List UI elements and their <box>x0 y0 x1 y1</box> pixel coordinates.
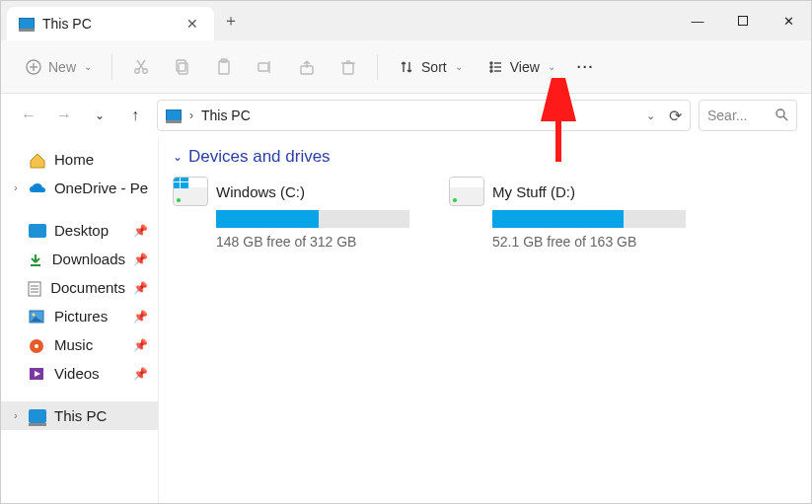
minimize-button[interactable]: — <box>675 1 720 40</box>
this-pc-icon <box>29 409 46 423</box>
new-label: New <box>48 59 76 75</box>
drive-usage-bar <box>216 210 409 228</box>
sort-button[interactable]: Sort ⌄ <box>388 52 473 82</box>
videos-icon <box>29 367 46 381</box>
pin-icon: 📌 <box>133 310 148 324</box>
paste-icon <box>215 58 233 76</box>
copy-icon <box>174 58 191 76</box>
content-pane: ⌄ Devices and drives Windows (C:) 148 GB… <box>159 137 811 504</box>
this-pc-icon <box>166 109 182 121</box>
expand-icon[interactable]: › <box>11 410 21 421</box>
sidebar-item-this-pc[interactable]: › This PC <box>1 401 158 430</box>
view-label: View <box>510 59 540 75</box>
sidebar-item-music[interactable]: Music 📌 <box>1 330 158 359</box>
svg-point-17 <box>490 62 492 64</box>
svg-point-23 <box>776 109 784 117</box>
drives-list: Windows (C:) 148 GB free of 312 GB My St… <box>173 177 797 250</box>
expand-icon[interactable]: › <box>11 182 21 193</box>
download-icon <box>28 252 44 266</box>
sidebar-item-home[interactable]: Home <box>1 145 158 174</box>
search-icon <box>775 108 788 124</box>
more-button[interactable]: ··· <box>569 53 603 81</box>
music-icon <box>29 338 46 352</box>
sidebar-item-desktop[interactable]: Desktop 📌 <box>1 216 158 245</box>
cut-button[interactable] <box>122 52 160 82</box>
paste-button[interactable] <box>205 52 243 82</box>
rename-icon <box>257 58 274 76</box>
refresh-button[interactable]: ⟳ <box>669 107 682 125</box>
svg-point-18 <box>490 66 492 68</box>
breadcrumb-location[interactable]: This PC <box>201 108 251 123</box>
recent-dropdown[interactable]: ⌄ <box>86 108 113 122</box>
collapse-icon[interactable]: ⌄ <box>173 150 183 164</box>
search-box[interactable]: Sear... <box>699 100 797 131</box>
drive-item[interactable]: Windows (C:) 148 GB free of 312 GB <box>173 177 409 250</box>
sidebar-label: OneDrive - Pe <box>54 180 148 196</box>
sidebar-item-documents[interactable]: Documents 📌 <box>1 273 158 302</box>
drive-label: My Stuff (D:) <box>492 183 575 200</box>
desktop-icon <box>29 224 46 238</box>
separator <box>377 54 378 80</box>
section-title: Devices and drives <box>188 147 331 167</box>
sidebar-label: Music <box>54 336 93 353</box>
svg-rect-11 <box>258 63 268 71</box>
close-window-button[interactable]: ✕ <box>766 1 811 40</box>
sidebar-item-videos[interactable]: Videos 📌 <box>1 359 158 388</box>
share-icon <box>298 58 316 76</box>
sidebar-label: Home <box>54 151 94 168</box>
chevron-down-icon: ⌄ <box>84 61 92 72</box>
svg-point-33 <box>35 344 38 348</box>
chevron-right-icon: › <box>189 108 193 122</box>
nav-row: ← → ⌄ ↑ › This PC ⌄ ⟳ Sear... <box>1 94 811 137</box>
sidebar: Home › OneDrive - Pe Desktop 📌 Downloads… <box>1 137 159 504</box>
address-bar[interactable]: › This PC ⌄ ⟳ <box>157 100 691 131</box>
separator <box>111 54 112 80</box>
section-header[interactable]: ⌄ Devices and drives <box>173 147 797 167</box>
maximize-button[interactable] <box>720 1 766 40</box>
chevron-down-icon: ⌄ <box>455 61 463 72</box>
pin-icon: 📌 <box>133 367 148 381</box>
share-button[interactable] <box>288 52 326 82</box>
new-tab-button[interactable]: ＋ <box>214 11 248 32</box>
sidebar-label: Videos <box>54 365 100 382</box>
more-icon: ··· <box>577 59 595 75</box>
back-button[interactable]: ← <box>15 107 42 124</box>
svg-point-31 <box>33 313 36 316</box>
svg-line-24 <box>783 116 787 120</box>
delete-button[interactable] <box>330 52 367 82</box>
cut-icon <box>132 58 150 76</box>
svg-rect-14 <box>343 63 353 74</box>
document-icon <box>28 281 43 295</box>
pin-icon: 📌 <box>133 338 148 352</box>
sidebar-label: Desktop <box>54 222 109 239</box>
copy-button[interactable] <box>164 52 201 82</box>
address-dropdown-icon[interactable]: ⌄ <box>646 109 655 122</box>
view-button[interactable]: View ⌄ <box>477 52 565 82</box>
windows-logo-icon <box>173 177 188 188</box>
pictures-icon <box>29 310 46 324</box>
forward-button[interactable]: → <box>50 107 78 124</box>
drive-subtitle: 52.1 GB free of 163 GB <box>492 234 686 250</box>
sidebar-item-downloads[interactable]: Downloads 📌 <box>1 245 158 273</box>
window-controls: — ✕ <box>675 1 811 40</box>
rename-button[interactable] <box>247 52 284 82</box>
new-button[interactable]: New ⌄ <box>15 52 102 82</box>
view-icon <box>486 58 504 76</box>
up-button[interactable]: ↑ <box>121 107 149 124</box>
sidebar-label: This PC <box>54 407 107 424</box>
search-placeholder: Sear... <box>707 108 747 123</box>
sidebar-label: Documents <box>50 279 125 296</box>
svg-point-19 <box>490 70 492 72</box>
sidebar-item-onedrive[interactable]: › OneDrive - Pe <box>1 174 158 202</box>
pin-icon: 📌 <box>133 281 148 295</box>
sidebar-label: Pictures <box>54 308 108 324</box>
sort-icon <box>398 58 415 76</box>
trash-icon <box>339 58 357 76</box>
sidebar-item-pictures[interactable]: Pictures 📌 <box>1 302 158 330</box>
sort-label: Sort <box>421 59 447 75</box>
close-tab-icon[interactable]: ✕ <box>183 16 202 32</box>
cloud-icon <box>29 181 46 195</box>
drive-icon <box>449 177 484 206</box>
window-tab[interactable]: This PC ✕ <box>7 7 214 40</box>
drive-item[interactable]: My Stuff (D:) 52.1 GB free of 163 GB <box>449 177 686 250</box>
